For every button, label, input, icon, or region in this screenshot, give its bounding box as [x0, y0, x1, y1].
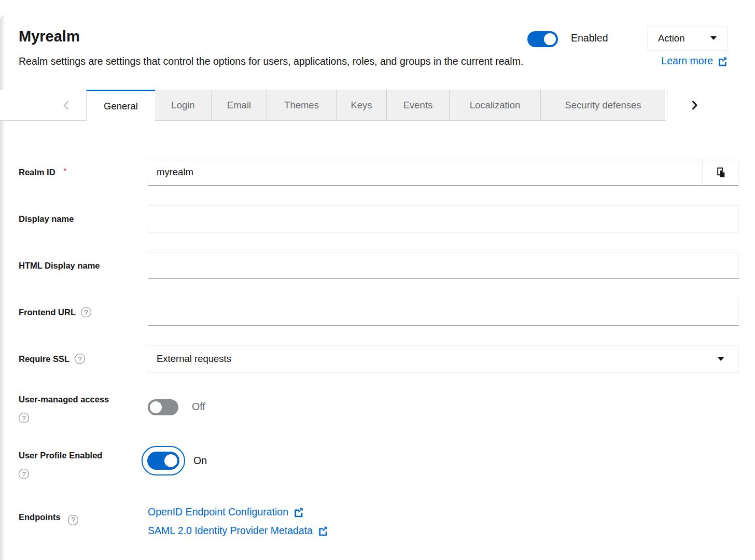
- page-title: Myrealm: [19, 28, 80, 45]
- caret-down-icon: [710, 36, 717, 40]
- openid-endpoint-configuration-link[interactable]: OpenID Endpoint Configuration: [148, 505, 304, 519]
- toggle-knob: [164, 454, 177, 467]
- tab-list: Login Email Themes Keys Events Localizat…: [155, 90, 665, 121]
- field-label: Require SSL ?: [19, 345, 148, 372]
- tab-label: Events: [403, 100, 433, 111]
- toggle-state-label: Off: [192, 401, 205, 413]
- help-icon[interactable]: ?: [75, 354, 85, 364]
- display-name-label: Display name: [19, 213, 74, 225]
- chevron-left-icon: [62, 101, 69, 110]
- realm-id-label: Realm ID: [19, 166, 55, 178]
- chevron-right-icon: [691, 101, 698, 110]
- form-row-require-ssl: Require SSL ? External requests: [19, 345, 739, 372]
- user-managed-access-label: User-managed access: [19, 393, 148, 405]
- user-profile-enabled-label: User Profile Enabled: [19, 449, 148, 461]
- field-label: User-managed access ?: [19, 390, 148, 423]
- field-label: HTML Display name: [19, 252, 148, 279]
- tab-bar: General Login Email Themes Keys Events L…: [0, 90, 755, 121]
- tab-label: Localization: [470, 100, 521, 111]
- help-icon[interactable]: ?: [19, 469, 29, 479]
- help-icon[interactable]: ?: [68, 515, 78, 525]
- tab-login[interactable]: Login: [155, 90, 211, 121]
- field-label: Frontend URL ?: [19, 299, 148, 326]
- tab-label: Email: [227, 100, 251, 111]
- external-link-icon: [317, 525, 328, 536]
- tab-email[interactable]: Email: [211, 90, 267, 121]
- tab-localization[interactable]: Localization: [449, 90, 540, 121]
- form-row-html-display-name: HTML Display name: [19, 252, 739, 279]
- user-profile-enabled-toggle[interactable]: [147, 452, 179, 470]
- toggle-focus-ring: [142, 446, 185, 475]
- field-label: Realm ID*: [19, 159, 148, 186]
- help-icon[interactable]: ?: [19, 413, 29, 423]
- tab-label: Keys: [351, 100, 372, 111]
- form-row-frontend-url: Frontend URL ?: [19, 299, 739, 326]
- field-label: User Profile Enabled ?: [19, 442, 148, 479]
- endpoints-label: Endpoints: [19, 512, 61, 522]
- tab-label: Security defenses: [565, 100, 641, 111]
- field-label: Endpoints ?: [19, 505, 148, 537]
- require-ssl-selected-value: External requests: [157, 353, 231, 365]
- required-asterisk: *: [64, 166, 67, 175]
- page-subtitle: Realm settings are settings that control…: [19, 55, 523, 67]
- enabled-label: Enabled: [571, 32, 608, 44]
- tab-label: Themes: [284, 100, 319, 111]
- form-row-display-name: Display name: [19, 205, 739, 232]
- form-row-endpoints: Endpoints ? OpenID Endpoint Configuratio…: [19, 505, 739, 537]
- display-name-input[interactable]: [148, 205, 739, 232]
- tab-label: General: [104, 101, 138, 112]
- tab-events[interactable]: Events: [386, 90, 449, 121]
- form-row-user-profile-enabled: User Profile Enabled ? On: [19, 442, 739, 479]
- require-ssl-select[interactable]: External requests: [148, 345, 739, 372]
- external-link-icon: [293, 507, 304, 517]
- help-icon[interactable]: ?: [81, 307, 91, 317]
- user-managed-access-toggle[interactable]: [148, 399, 178, 415]
- realm-id-input[interactable]: [148, 159, 703, 186]
- copy-icon: [716, 167, 726, 178]
- require-ssl-label: Require SSL: [19, 353, 69, 365]
- toggle-knob: [150, 401, 162, 413]
- learn-more-link[interactable]: Learn more: [661, 55, 728, 67]
- tab-label: Login: [171, 100, 194, 111]
- tab-keys[interactable]: Keys: [336, 90, 386, 121]
- tabs-scroll-left-button[interactable]: [0, 90, 87, 121]
- toggle-knob: [544, 33, 556, 45]
- link-label: OpenID Endpoint Configuration: [148, 505, 288, 519]
- learn-more-label: Learn more: [661, 55, 713, 67]
- copy-button[interactable]: [703, 159, 739, 186]
- tabs-scroll-right-button[interactable]: [667, 90, 755, 121]
- tab-themes[interactable]: Themes: [267, 90, 336, 121]
- realm-enabled-toggle[interactable]: [527, 31, 558, 47]
- frontend-url-label: Frontend URL: [19, 306, 76, 318]
- saml-identity-provider-metadata-link[interactable]: SAML 2.0 Identity Provider Metadata: [148, 524, 328, 537]
- form-row-user-managed-access: User-managed access ? Off: [19, 390, 739, 423]
- action-dropdown-button[interactable]: Action: [647, 26, 728, 50]
- field-label: Display name: [19, 205, 148, 232]
- action-dropdown-label: Action: [658, 33, 684, 44]
- html-display-name-label: HTML Display name: [19, 259, 100, 272]
- external-link-icon: [717, 56, 728, 66]
- tab-general[interactable]: General: [87, 90, 155, 121]
- html-display-name-input[interactable]: [148, 252, 739, 279]
- caret-down-icon: [718, 357, 724, 361]
- realm-settings-page: Myrealm Realm settings are settings that…: [0, 0, 755, 560]
- form-row-realm-id: Realm ID*: [19, 159, 739, 186]
- link-label: SAML 2.0 Identity Provider Metadata: [148, 524, 313, 537]
- frontend-url-input[interactable]: [148, 299, 739, 326]
- tab-security-defenses[interactable]: Security defenses: [540, 90, 665, 121]
- toggle-state-label: On: [193, 455, 207, 467]
